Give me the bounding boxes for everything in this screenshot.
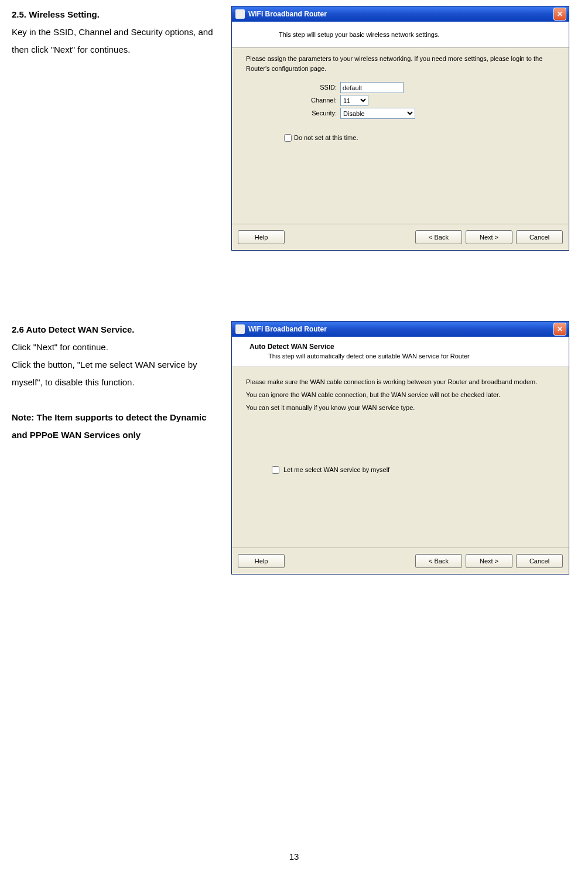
back-button[interactable]: < Back bbox=[415, 554, 462, 568]
help-button[interactable]: Help bbox=[238, 230, 285, 244]
panel-heading: Auto Detect WAN Service bbox=[249, 343, 551, 351]
window-title: WiFi Broadband Router bbox=[248, 10, 327, 18]
self-select-wan-checkbox[interactable] bbox=[272, 466, 279, 474]
cancel-button[interactable]: Cancel bbox=[516, 554, 563, 568]
window-wireless-setting: WiFi Broadband Router ✕ This step will s… bbox=[231, 6, 569, 251]
security-select[interactable]: Disable bbox=[340, 108, 415, 119]
info-line-1: Please make sure the WAN cable connectio… bbox=[246, 375, 555, 388]
note-2-6: Note: The Item supports to detect the Dy… bbox=[12, 409, 220, 444]
next-button[interactable]: Next > bbox=[466, 554, 512, 568]
security-label: Security: bbox=[246, 108, 340, 118]
info-line-2: You can ignore the WAN cable connection,… bbox=[246, 388, 555, 401]
do-not-set-checkbox[interactable] bbox=[284, 134, 292, 142]
window-title: WiFi Broadband Router bbox=[248, 325, 327, 333]
titlebar: WiFi Broadband Router ✕ bbox=[232, 322, 569, 337]
close-icon[interactable]: ✕ bbox=[553, 323, 566, 336]
channel-label: Channel: bbox=[246, 95, 340, 105]
close-icon[interactable]: ✕ bbox=[553, 8, 566, 20]
app-icon bbox=[235, 9, 245, 19]
para-2-6-2: Click the button, "Let me select WAN ser… bbox=[12, 356, 220, 391]
heading-2-5: 2.5. Wireless Setting. bbox=[12, 6, 220, 23]
help-button[interactable]: Help bbox=[238, 554, 285, 568]
para-2-5: Key in the SSID, Channel and Security op… bbox=[12, 23, 220, 59]
channel-select[interactable]: 11 bbox=[340, 95, 368, 106]
window-auto-detect-wan: WiFi Broadband Router ✕ Auto Detect WAN … bbox=[231, 321, 569, 575]
titlebar: WiFi Broadband Router ✕ bbox=[232, 6, 569, 22]
ssid-input[interactable] bbox=[340, 82, 404, 93]
instruction-text: Please assign the parameters to your wir… bbox=[246, 54, 555, 73]
app-icon bbox=[235, 324, 245, 334]
page-number: 13 bbox=[0, 852, 588, 861]
info-line-3: You can set it manually if you know your… bbox=[246, 401, 555, 414]
ssid-label: SSID: bbox=[246, 83, 340, 93]
panel-subheading: This step will automatically detect one … bbox=[249, 353, 551, 360]
next-button[interactable]: Next > bbox=[466, 230, 512, 244]
cancel-button[interactable]: Cancel bbox=[516, 230, 563, 244]
para-2-6-1: Click "Next" for continue. bbox=[12, 338, 220, 356]
self-select-wan-label: Let me select WAN service by myself bbox=[283, 463, 389, 476]
intro-text: This step will setup your basic wireless… bbox=[232, 22, 569, 48]
heading-2-6: 2.6 Auto Detect WAN Service. bbox=[12, 321, 220, 338]
back-button[interactable]: < Back bbox=[415, 230, 462, 244]
do-not-set-label: Do not set at this time. bbox=[294, 133, 358, 143]
